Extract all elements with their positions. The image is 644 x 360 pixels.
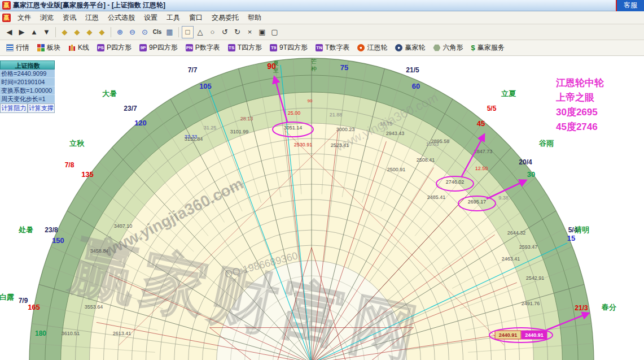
feature-t-square-button[interactable]: TST四方形 [224,41,266,55]
triangle-tool-icon[interactable]: △ [194,26,206,38]
t-square-label: T四方形 [238,43,262,53]
hexagon-icon [433,44,440,51]
winner-wheel-label: 赢家轮 [405,43,425,53]
menu-bar: 赢 文件浏览资讯江恩公式选股设置工具窗口交易委托帮助 [0,11,644,24]
annotation-line: 45度2746 [556,121,598,132]
wheel-label: 45 [477,119,485,128]
wheel-label: 3152.84 [185,136,203,142]
wheel-label: 5/5 [487,105,497,112]
wheel-label: 2500.91 [387,167,406,172]
9p-square-icon: 9P [139,44,147,51]
info-panel-buttons: 计算阻力计算支撑 [0,103,55,113]
wheel-label: 2523.41 [331,142,349,148]
diamond-tool-1-icon[interactable]: ◆ [59,26,71,38]
circle-tool-icon[interactable]: ○ [207,26,218,38]
menu-item-gann[interactable]: 江恩 [81,11,103,24]
delete-tool-icon[interactable]: × [244,26,256,38]
menu-item-settings[interactable]: 设置 [139,11,162,24]
note-tool-icon[interactable]: ▢ [269,26,281,38]
gann-wheel[interactable]: 赢家财富网www.yingjia360.comwww.yingjia360.co… [0,56,644,360]
wheel-area: 赢家财富网www.yingjia360.comwww.yingjia360.co… [0,56,644,360]
feature-9p-square-button[interactable]: 9P9P四方形 [135,41,182,55]
window-title: 赢家江恩专业版[赢家服务平台] - [上证指数 江恩轮] [13,1,165,10]
rotate-cw-icon[interactable]: ↻ [231,26,243,38]
wheel-label: 90 [308,98,313,103]
app-logo: 赢 [2,1,11,10]
feature-p-square-button[interactable]: PSP四方形 [93,41,135,55]
nav-back-icon[interactable]: ◀ [3,26,15,38]
wheel-label: 2463.41 [502,256,520,262]
wheel-label: 7/9 [19,297,28,305]
info-row-time: 时间=20190104 [0,78,55,86]
feature-sectors-button[interactable]: 板块 [33,41,64,55]
feature-p-number-table-button[interactable]: PNP数字表 [182,41,224,55]
p-number-table-label: P数字表 [195,43,220,53]
winner-service-label: 赢家服务 [477,43,505,53]
gann-wheel-label: 江恩轮 [367,43,387,53]
p-number-table-icon: PN [186,44,193,51]
rect-tool-icon[interactable]: □ [182,26,194,38]
menu-item-formula-stock[interactable]: 公式选股 [103,11,139,24]
feature-gann-wheel-button[interactable]: 江恩轮 [353,41,391,55]
service-button[interactable]: 客服 [616,0,644,11]
rotate-ccw-icon[interactable]: ↺ [219,26,231,38]
wheel-label: 3101.99 [230,129,249,135]
menu-item-browse[interactable]: 浏览 [36,11,58,24]
wheel-label: 9.38 [498,195,509,201]
menu-item-news[interactable]: 资讯 [58,11,81,24]
info-row-weekday-step: 周天变化步长=1 [0,95,55,103]
grid-tool-icon[interactable]: ▣ [256,26,268,38]
highlighted-price: 2440.91 [525,332,544,338]
wheel-label: 12.50 [475,166,488,171]
wheel-label: 15 [567,234,575,242]
feature-hexagon-button[interactable]: 六角形 [429,41,467,55]
diamond-tool-4-icon[interactable]: ◆ [96,26,108,38]
toolbar-separator [111,27,111,37]
feature-winner-wheel-button[interactable]: 赢家轮 [391,41,429,55]
nav-down-icon[interactable]: ▼ [41,26,52,38]
wheel-label: 3407.10 [114,223,133,229]
nav-forward-icon[interactable]: ▶ [16,26,28,38]
annotation-line: 江恩轮中轮 [555,77,604,88]
diamond-tool-2-icon[interactable]: ◆ [71,26,83,38]
wheel-label: 立秋 [69,139,85,148]
winner-service-icon: $ [471,44,475,51]
winner-wheel-icon [395,44,402,51]
wheel-label: 21/3 [575,304,588,312]
feature-kline-button[interactable]: K线 [64,41,93,55]
menu-item-window[interactable]: 窗口 [185,11,207,24]
wheel-label: 2593.47 [519,244,538,250]
features-toolbar: 行情板块K线PSP四方形9P9P四方形PNP数字表TST四方形T99T四方形TN… [0,40,644,56]
feature-t-number-table-button[interactable]: TNT数字表 [312,41,353,55]
clear-button[interactable]: Cls [151,26,163,38]
diamond-tool-3-icon[interactable]: ◆ [84,26,95,38]
wheel-label: 芒 [311,58,317,64]
panel-layout-icon[interactable]: ▦ [164,26,176,38]
wheel-label: 135 [81,170,94,179]
menu-item-trade-order[interactable]: 交易委托 [207,11,243,24]
wheel-label: 60 [412,82,420,90]
wheel-label: 23/8 [45,226,58,234]
zoom-area-icon[interactable]: ⊙ [139,26,151,38]
menu-item-file[interactable]: 文件 [13,11,36,24]
kline-label: K线 [78,43,89,53]
feature-quotes-button[interactable]: 行情 [2,41,33,55]
9t-square-icon: T9 [270,44,277,51]
wheel-label: 18.75 [380,121,393,127]
feature-winner-service-button[interactable]: $赢家服务 [467,41,508,55]
quotes-label: 行情 [16,43,29,53]
feature-9t-square-button[interactable]: T99T四方形 [266,41,312,55]
nav-up-icon[interactable]: ▲ [28,26,40,38]
zoom-in-icon[interactable]: ⊕ [114,26,126,38]
calc-resistance-button[interactable]: 计算阻力 [0,103,28,113]
wheel-label: 7/7 [188,66,198,74]
calc-support-button[interactable]: 计算支撑 [28,103,55,113]
menu-item-help[interactable]: 帮助 [243,11,266,24]
kline-icon [68,44,76,51]
wheel-label: 31.25 [204,125,217,131]
wheel-label: 105 [199,82,212,90]
menu-item-tools[interactable]: 工具 [162,11,185,24]
wheel-label: 21.88 [330,112,343,118]
app-logo-small: 赢 [2,14,11,22]
zoom-out-icon[interactable]: ⊖ [126,26,138,38]
